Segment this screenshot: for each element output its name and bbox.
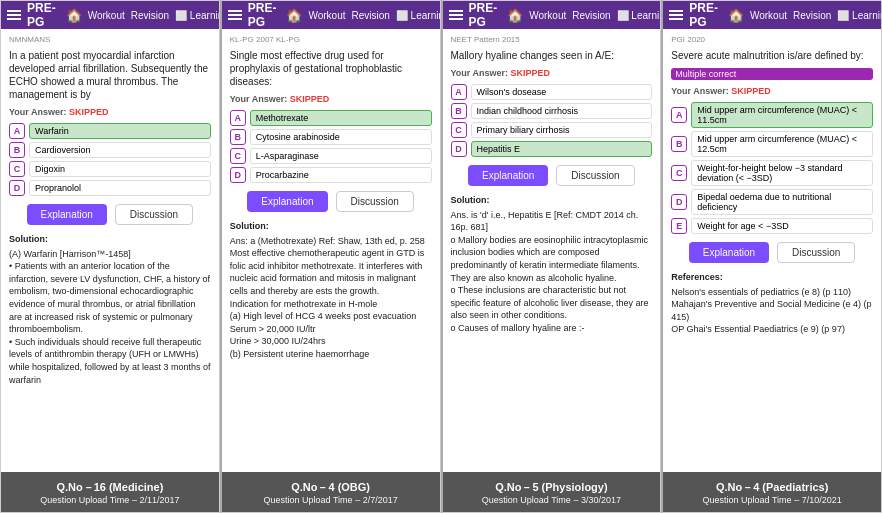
- discussion-button[interactable]: Discussion: [115, 204, 193, 225]
- navbar: PRE-PG 🏠 WorkoutRevision⬜ LearningInsigh…: [222, 1, 440, 29]
- hamburger-icon[interactable]: [449, 10, 463, 20]
- nav-item-learning[interactable]: ⬜ Learning: [396, 10, 441, 21]
- nav-item-workout[interactable]: Workout: [529, 10, 566, 21]
- card-2: PRE-PG 🏠 WorkoutRevision⬜ LearningInsigh…: [220, 0, 441, 513]
- option-letter-b: B: [671, 136, 687, 152]
- option-row-a[interactable]: AWarfarin: [9, 123, 211, 139]
- option-row-d[interactable]: DPropranolol: [9, 180, 211, 196]
- hamburger-icon[interactable]: [228, 10, 242, 20]
- question-number: Q.No－4 (Paediatrics): [716, 480, 828, 495]
- explanation-button[interactable]: Explanation: [689, 242, 769, 263]
- card-footer: Q.No－4 (OBG) Question Upload Time – 2/7/…: [222, 472, 440, 512]
- option-row-b[interactable]: BIndian childhood cirrhosis: [451, 103, 653, 119]
- home-icon[interactable]: 🏠: [286, 8, 302, 23]
- options-list: AMid upper arm circumference (MUAC) < 11…: [671, 102, 873, 234]
- option-letter-b: B: [9, 142, 25, 158]
- solution-section: Solution:(A) Warfarin [Harrison™-1458] •…: [9, 233, 211, 386]
- nav-item-learning[interactable]: ⬜ Learning: [837, 10, 882, 21]
- question-text: Severe acute malnutrition is/are defined…: [671, 49, 873, 62]
- solution-title: Solution:: [451, 194, 653, 207]
- option-text-d: Propranolol: [29, 180, 211, 196]
- explanation-button[interactable]: Explanation: [27, 204, 107, 225]
- hamburger-icon[interactable]: [669, 10, 683, 20]
- action-buttons: Explanation Discussion: [451, 165, 653, 186]
- solution-text: Ans: a (Methotrexate) Ref: Shaw, 13th ed…: [230, 235, 432, 361]
- option-row-e[interactable]: EWeight for age < −3SD: [671, 218, 873, 234]
- options-list: AWarfarinBCardioversionCDigoxinDProprano…: [9, 123, 211, 196]
- option-row-d[interactable]: DProcarbazine: [230, 167, 432, 183]
- question-number: Q.No－16 (Medicine): [56, 480, 163, 495]
- your-answer-row: Your Answer: SKIPPED: [230, 94, 432, 104]
- nav-item-workout[interactable]: Workout: [88, 10, 125, 21]
- card-content: NEET Pattern 2015Mallory hyaline changes…: [443, 29, 661, 472]
- upload-time: Question Upload Time – 2/7/2017: [264, 495, 398, 505]
- option-row-a[interactable]: AWilson's dosease: [451, 84, 653, 100]
- nav-item-workout[interactable]: Workout: [750, 10, 787, 21]
- skipped-label: SKIPPED: [290, 94, 330, 104]
- name-badge: KL-PG 2007 KL-PG: [230, 35, 432, 44]
- nav-item-revision[interactable]: Revision: [793, 10, 831, 21]
- option-text-c: Weight-for-height below −3 standard devi…: [691, 160, 873, 186]
- option-letter-a: A: [9, 123, 25, 139]
- options-list: AWilson's doseaseBIndian childhood cirrh…: [451, 84, 653, 157]
- option-letter-d: D: [451, 141, 467, 157]
- nav-item-learning[interactable]: ⬜ Learning: [617, 10, 662, 21]
- option-row-c[interactable]: CWeight-for-height below −3 standard dev…: [671, 160, 873, 186]
- discussion-button[interactable]: Discussion: [777, 242, 855, 263]
- hamburger-icon[interactable]: [7, 10, 21, 20]
- brand-name: PRE-PG: [27, 1, 56, 29]
- option-text-a: Wilson's dosease: [471, 84, 653, 100]
- explanation-button[interactable]: Explanation: [468, 165, 548, 186]
- option-text-d: Bipedal oedema due to nutritional defici…: [691, 189, 873, 215]
- option-letter-c: C: [230, 148, 246, 164]
- option-row-c[interactable]: CDigoxin: [9, 161, 211, 177]
- option-text-b: Mid upper arm circumference (MUAC) < 12.…: [691, 131, 873, 157]
- nav-items: WorkoutRevision⬜ LearningInsights: [750, 10, 882, 21]
- navbar: PRE-PG 🏠 WorkoutRevision⬜ LearningInsigh…: [443, 1, 661, 29]
- option-text-a: Methotrexate: [250, 110, 432, 126]
- action-buttons: Explanation Discussion: [671, 242, 873, 263]
- solution-section: Solution:Ans: a (Methotrexate) Ref: Shaw…: [230, 220, 432, 361]
- option-text-c: L-Asparaginase: [250, 148, 432, 164]
- card-content: KL-PG 2007 KL-PGSingle most effective dr…: [222, 29, 440, 472]
- solution-text: Nelson's essentials of pediatrics (e 8) …: [671, 286, 873, 336]
- nav-items: WorkoutRevision⬜ LearningInsights: [308, 10, 440, 21]
- skipped-label: SKIPPED: [511, 68, 551, 78]
- home-icon[interactable]: 🏠: [66, 8, 82, 23]
- discussion-button[interactable]: Discussion: [336, 191, 414, 212]
- card-1: PRE-PG 🏠 WorkoutRevision⬜ LearningInsigh…: [0, 0, 220, 513]
- option-row-d[interactable]: DBipedal oedema due to nutritional defic…: [671, 189, 873, 215]
- upload-time: Question Upload Time – 7/10/2021: [703, 495, 842, 505]
- home-icon[interactable]: 🏠: [728, 8, 744, 23]
- question-text: Mallory hyaline changes seen in A/E:: [451, 49, 653, 62]
- option-text-b: Cytosine arabinoside: [250, 129, 432, 145]
- option-row-d[interactable]: DHepatitis E: [451, 141, 653, 157]
- option-letter-d: D: [9, 180, 25, 196]
- explanation-button[interactable]: Explanation: [247, 191, 327, 212]
- option-letter-c: C: [451, 122, 467, 138]
- discussion-button[interactable]: Discussion: [556, 165, 634, 186]
- option-letter-c: C: [9, 161, 25, 177]
- option-row-c[interactable]: CPrimary biliary cirrhosis: [451, 122, 653, 138]
- your-answer-row: Your Answer: SKIPPED: [9, 107, 211, 117]
- option-text-a: Mid upper arm circumference (MUAC) < 11.…: [691, 102, 873, 128]
- option-letter-d: D: [230, 167, 246, 183]
- nav-item-revision[interactable]: Revision: [131, 10, 169, 21]
- name-badge: PGI 2020: [671, 35, 873, 44]
- solution-title: Solution:: [9, 233, 211, 246]
- nav-item-workout[interactable]: Workout: [308, 10, 345, 21]
- option-row-a[interactable]: AMethotrexate: [230, 110, 432, 126]
- your-answer-row: Your Answer: SKIPPED: [671, 86, 873, 96]
- nav-item-learning[interactable]: ⬜ Learning: [175, 10, 220, 21]
- option-row-b[interactable]: BMid upper arm circumference (MUAC) < 12…: [671, 131, 873, 157]
- option-row-b[interactable]: BCardioversion: [9, 142, 211, 158]
- skipped-label: SKIPPED: [69, 107, 109, 117]
- option-row-c[interactable]: CL-Asparaginase: [230, 148, 432, 164]
- option-letter-d: D: [671, 194, 687, 210]
- nav-item-revision[interactable]: Revision: [351, 10, 389, 21]
- option-row-b[interactable]: BCytosine arabinoside: [230, 129, 432, 145]
- question-number: Q.No－4 (OBG): [291, 480, 370, 495]
- option-row-a[interactable]: AMid upper arm circumference (MUAC) < 11…: [671, 102, 873, 128]
- nav-item-revision[interactable]: Revision: [572, 10, 610, 21]
- home-icon[interactable]: 🏠: [507, 8, 523, 23]
